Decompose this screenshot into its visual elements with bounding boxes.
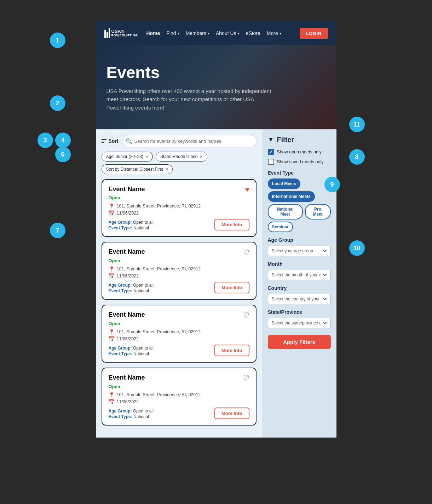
event-labels: Age Group: Open to all Event Type: Natio… — [109, 220, 154, 230]
more-info-button[interactable]: More Info — [214, 219, 249, 230]
annotation-bubble-6: 6 — [55, 147, 71, 162]
age-group-select[interactable]: Select your age group — [268, 246, 331, 256]
show-saved-row: Show saved meets only — [268, 159, 331, 165]
nav-find[interactable]: Find ▾ — [166, 30, 179, 36]
chip-age-remove[interactable]: × — [145, 154, 148, 159]
more-info-button[interactable]: More Info — [214, 408, 249, 419]
favorite-button[interactable]: ♥ — [245, 186, 249, 194]
event-card: Event Name ♡ Open 📍 101, Sample Street, … — [102, 368, 257, 426]
annotation-bubble-3: 3 — [38, 133, 53, 148]
month-select[interactable]: Select the month of your event — [268, 270, 331, 280]
nav-home[interactable]: Home — [146, 30, 160, 36]
show-open-checkbox[interactable] — [268, 149, 274, 155]
event-card: Event Name ♥ Open 📍 101, Sample Street, … — [102, 179, 257, 237]
logo-text: USA® POWERLIFTING — [111, 29, 138, 37]
location-icon: 📍 — [109, 266, 115, 272]
logo-icon: USA® POWERLIFTING — [104, 28, 138, 38]
annotation-bubble-1: 1 — [50, 33, 65, 48]
logo-area: USA® POWERLIFTING — [104, 28, 138, 38]
main-content: Sort 🔍 Age: Junior (20–23) × State: Rhod… — [96, 129, 336, 438]
filter-chips: Age: Junior (20–23) × State: Rhode Islan… — [102, 152, 257, 174]
nav-links: Home Find ▾ Members ▾ About Us ▾ eStore … — [146, 30, 300, 36]
annotation-bubble-4: 4 — [55, 133, 71, 148]
show-open-label: Show open meets only — [277, 150, 322, 154]
type-international-meets[interactable]: International Meets — [268, 191, 315, 202]
annotation-bubble-8: 8 — [349, 149, 365, 165]
hero-section: Events USA Powerlifting offers over 400 … — [96, 45, 336, 129]
event-date: 📅 11/06/2022 — [109, 210, 249, 216]
chip-sort-remove[interactable]: × — [165, 166, 168, 172]
more-info-button[interactable]: More Info — [214, 345, 249, 356]
annotation-bubble-7: 7 — [50, 223, 65, 238]
search-box: 🔍 — [122, 135, 257, 147]
calendar-icon: 📅 — [109, 210, 115, 216]
event-labels: Age Group: Open to all Event Type: Natio… — [109, 346, 154, 356]
favorite-button[interactable]: ♡ — [243, 374, 249, 382]
filter-header: ▼ Filter — [268, 136, 331, 144]
annotation-bubble-11: 11 — [349, 117, 365, 132]
month-title: Month — [268, 261, 331, 267]
chip-state-remove[interactable]: × — [200, 154, 203, 159]
about-dropdown-icon: ▾ — [238, 31, 240, 35]
event-date: 📅 11/06/2022 — [109, 273, 249, 279]
show-saved-checkbox[interactable] — [268, 159, 274, 165]
chip-age[interactable]: Age: Junior (20–23) × — [102, 152, 153, 162]
sort-search-bar: Sort 🔍 — [102, 135, 257, 147]
filter-panel: ▼ Filter Show open meets only Show saved… — [262, 129, 336, 438]
event-labels: Age Group: Open to all Event Type: Natio… — [109, 409, 154, 419]
event-labels: Age Group: Open to all Event Type: Natio… — [109, 283, 154, 293]
favorite-button[interactable]: ♡ — [243, 248, 249, 257]
sort-button[interactable]: Sort — [102, 138, 119, 144]
state-title: State/Province — [268, 309, 331, 315]
country-select[interactable]: Select the country of your event — [268, 294, 331, 304]
chip-state[interactable]: State: Rhode Island × — [156, 152, 207, 162]
show-open-row: Show open meets only — [268, 149, 331, 155]
apply-filters-button[interactable]: Apply Filters — [268, 335, 331, 349]
nav-estore[interactable]: eStore — [246, 30, 260, 36]
annotation-bubble-10: 10 — [349, 240, 365, 256]
state-select[interactable]: Select the state/province of your... — [268, 318, 331, 328]
location-icon: 📍 — [109, 392, 115, 398]
calendar-icon: 📅 — [109, 336, 115, 342]
chip-sort[interactable]: Sort by Distance: Closest First × — [102, 164, 173, 174]
event-card: Event Name ♡ Open 📍 101, Sample Street, … — [102, 305, 257, 363]
hero-description: USA Powerlifting offers over 400 events … — [106, 87, 276, 112]
event-type-title: Event Type — [268, 170, 331, 176]
event-date: 📅 11/06/2022 — [109, 399, 249, 405]
page-title: Events — [106, 63, 326, 82]
favorite-button[interactable]: ♡ — [243, 311, 249, 320]
event-address: 📍 101, Sample Street, Providence, RI, 02… — [109, 329, 249, 335]
events-panel: Sort 🔍 Age: Junior (20–23) × State: Rhod… — [96, 129, 262, 438]
annotation-bubble-2: 2 — [50, 95, 65, 111]
sort-icon — [102, 139, 106, 143]
more-info-button[interactable]: More Info — [214, 282, 249, 293]
type-local-meets[interactable]: Local Meets — [268, 178, 301, 189]
event-card: Event Name ♡ Open 📍 101, Sample Street, … — [102, 242, 257, 300]
type-seminar[interactable]: Seminar — [268, 222, 293, 232]
calendar-icon: 📅 — [109, 399, 115, 405]
search-icon: 🔍 — [126, 138, 133, 145]
find-dropdown-icon: ▾ — [178, 31, 179, 35]
location-icon: 📍 — [109, 329, 115, 335]
more-dropdown-icon: ▾ — [280, 31, 281, 35]
age-group-title: Age Group — [268, 237, 331, 243]
filter-icon: ▼ — [268, 136, 274, 143]
nav-about-us[interactable]: About Us ▾ — [216, 30, 240, 36]
event-date: 📅 11/06/2022 — [109, 336, 249, 342]
location-icon: 📍 — [109, 203, 115, 209]
members-dropdown-icon: ▾ — [208, 31, 209, 35]
type-pro-meet[interactable]: Pro Meet — [305, 204, 331, 219]
annotation-bubble-9: 9 — [324, 177, 340, 192]
filter-title: Filter — [277, 136, 294, 144]
login-button[interactable]: LOGIN — [300, 28, 328, 39]
event-address: 📍 101, Sample Street, Providence, RI, 02… — [109, 266, 249, 272]
navbar: USA® POWERLIFTING Home Find ▾ Members ▾ … — [96, 21, 336, 45]
show-saved-label: Show saved meets only — [277, 159, 324, 164]
event-address: 📍 101, Sample Street, Providence, RI, 02… — [109, 392, 249, 398]
type-national-meet[interactable]: National Meet — [268, 204, 303, 219]
event-address: 📍 101, Sample Street, Providence, RI, 02… — [109, 203, 249, 209]
nav-members[interactable]: Members ▾ — [186, 30, 209, 36]
event-type-grid: Local Meets International Meets National… — [268, 178, 331, 232]
nav-more[interactable]: More ▾ — [267, 30, 281, 36]
search-input[interactable] — [122, 135, 257, 147]
